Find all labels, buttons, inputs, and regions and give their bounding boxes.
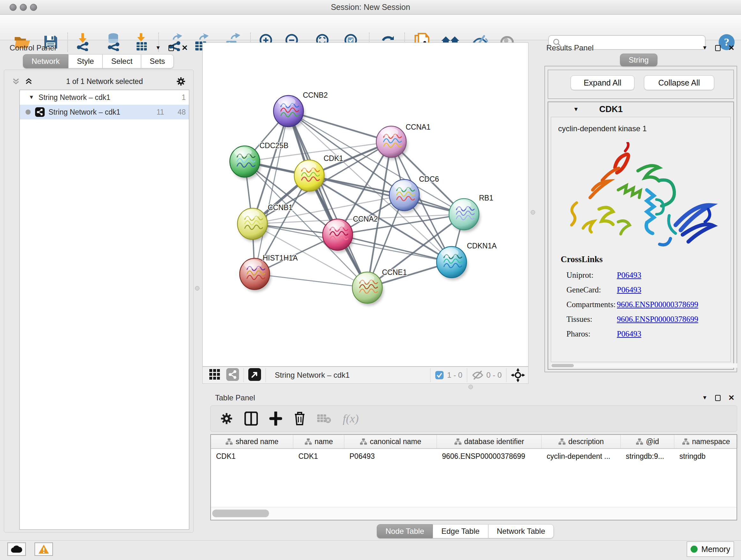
table-cell[interactable]: CDK1 [211, 449, 293, 463]
crosslink-link[interactable]: P06493 [617, 271, 641, 280]
cloud-icon [11, 545, 22, 553]
crosslink-link[interactable]: P06493 [617, 329, 641, 338]
results-hscrollbar[interactable] [551, 363, 737, 368]
table-row[interactable]: CDK1CDK1P064939606.ENSP00000378699cyclin… [211, 449, 737, 463]
hidden-count: 0 - 0 [486, 371, 502, 380]
tab-edge-table[interactable]: Edge Table [433, 524, 488, 538]
show-columns-icon[interactable] [245, 412, 258, 426]
left-splitter-handle[interactable] [195, 286, 199, 291]
crosslink-label: Tissues: [566, 315, 617, 324]
node-CDK1[interactable] [294, 160, 326, 193]
node-CDC25B[interactable] [230, 146, 261, 179]
column-header-databaseidentifier[interactable]: database identifier [437, 435, 542, 448]
import-table-icon[interactable] [131, 31, 152, 53]
node-HIST1H1A[interactable] [240, 258, 271, 292]
import-network-file-icon[interactable] [72, 31, 93, 53]
add-column-icon[interactable] [269, 412, 282, 426]
table-panel-float-icon[interactable] [715, 395, 721, 401]
control-panel-collapse-icon[interactable]: ▼ [155, 45, 161, 51]
delete-column-icon[interactable] [293, 411, 306, 426]
network-share-icon[interactable] [226, 368, 239, 382]
tab-select[interactable]: Select [103, 54, 141, 68]
control-panel-float-icon[interactable] [169, 45, 174, 51]
node-CCNA2[interactable] [323, 219, 354, 253]
network-label: String Network – cdk1 [49, 108, 120, 117]
status-bar: Memory [0, 540, 741, 560]
collapse-all-icon[interactable] [12, 78, 20, 85]
string-network-icon [35, 107, 49, 117]
table-panel-collapse-icon[interactable]: ▼ [702, 395, 708, 401]
toolbar-separator [67, 33, 68, 52]
column-header-id[interactable]: @id [621, 435, 674, 448]
expand-all-button[interactable]: Expand All [570, 75, 634, 90]
expand-all-icon[interactable] [24, 78, 33, 85]
control-panel-close-icon[interactable]: ✕ [182, 44, 188, 52]
network-canvas[interactable]: CCNB2CCNA1CDC25BCDK1CDC6RB1CCNB1CCNA2CDK… [202, 43, 529, 367]
right-splitter-handle[interactable] [531, 210, 535, 214]
table-cell[interactable]: 9606.ENSP00000378699 [437, 449, 542, 463]
birds-eye-view-icon[interactable] [248, 368, 261, 382]
tab-network-table[interactable]: Network Table [488, 524, 554, 538]
node-CCNA1[interactable] [376, 126, 408, 160]
memory-button[interactable]: Memory [687, 542, 734, 557]
collapse-all-button[interactable]: Collapse All [644, 75, 714, 90]
node-label: CDKN1A [467, 242, 497, 250]
pan-crosshair-icon[interactable] [511, 368, 525, 382]
column-header-namespace[interactable]: namespace [674, 435, 738, 448]
tab-network[interactable]: Network [23, 54, 68, 68]
network-tree-row[interactable]: String Network – cdk11148 [20, 105, 189, 119]
grid-view-icon[interactable] [209, 369, 220, 381]
edge[interactable] [288, 111, 367, 288]
node-label: CCNB2 [303, 91, 328, 99]
table-gear-icon[interactable] [220, 412, 233, 425]
node-CDC6[interactable] [389, 179, 421, 213]
node-label: CCNB1 [268, 203, 293, 212]
control-panel: 1 of 1 Network selected ▼String Network … [4, 70, 194, 533]
node-CDKN1A[interactable] [436, 246, 468, 280]
table-cell[interactable]: CDK1 [293, 449, 344, 463]
table-cell[interactable]: stringdb [674, 449, 738, 463]
crosslink-link[interactable]: 9606.ENSP00000378699 [617, 300, 698, 309]
node-CCNE1[interactable] [352, 272, 384, 306]
table-hscrollbar[interactable] [211, 507, 737, 520]
results-panel-float-icon[interactable] [715, 45, 721, 51]
cloud-button[interactable] [7, 543, 26, 556]
tab-sets[interactable]: Sets [141, 54, 174, 68]
table-cell[interactable]: P06493 [344, 449, 437, 463]
function-builder-icon: f(x) [343, 412, 359, 425]
gene-section: ▼ CDK1 cyclin-dependent kinase 1 [548, 102, 734, 370]
current-view-dot [25, 110, 30, 115]
results-panel-collapse-icon[interactable]: ▼ [702, 45, 708, 51]
network-tree-row[interactable]: ▼String Network – cdk11 [20, 90, 189, 105]
main-toolbar: ? [0, 15, 741, 40]
node-RB1[interactable] [449, 199, 480, 232]
tab-node-table[interactable]: Node Table [377, 524, 433, 538]
window-close-button[interactable] [10, 4, 17, 11]
crosslinks-list: Uniprot:P06493GeneCard:P06493Compartment… [566, 268, 724, 341]
column-header-sharedname[interactable]: shared name [211, 435, 293, 448]
network-graph: CCNB2CCNA1CDC25BCDK1CDC6RB1CCNB1CCNA2CDK… [203, 43, 528, 366]
results-tab-string[interactable]: String [620, 54, 657, 66]
import-network-database-icon[interactable] [103, 31, 124, 53]
crosslink-link[interactable]: P06493 [617, 286, 641, 294]
selected-nodes-checkbox-icon[interactable] [435, 371, 444, 380]
edge[interactable] [255, 274, 367, 288]
column-header-canonicalname[interactable]: canonical name [344, 435, 437, 448]
bottom-splitter-handle[interactable] [468, 385, 473, 389]
table-cell[interactable]: stringdb:9... [621, 449, 674, 463]
results-panel-close-icon[interactable]: ✕ [728, 44, 735, 52]
window-zoom-button[interactable] [30, 4, 37, 11]
tree-expand-icon[interactable]: ▼ [29, 94, 34, 101]
tab-style[interactable]: Style [68, 54, 103, 68]
column-header-name[interactable]: name [293, 435, 344, 448]
gene-collapse-icon[interactable]: ▼ [573, 106, 579, 113]
table-panel-close-icon[interactable]: ✕ [728, 393, 735, 402]
network-options-gear-icon[interactable] [176, 77, 186, 86]
table-cell[interactable]: cyclin-dependent ... [542, 449, 621, 463]
gene-description: cyclin-dependent kinase 1 [558, 124, 647, 133]
window-minimize-button[interactable] [20, 4, 27, 11]
tree-count: 48 [178, 108, 186, 117]
column-header-description[interactable]: description [542, 435, 621, 448]
warnings-button[interactable] [35, 543, 53, 556]
crosslink-link[interactable]: 9606.ENSP00000378699 [617, 315, 698, 324]
